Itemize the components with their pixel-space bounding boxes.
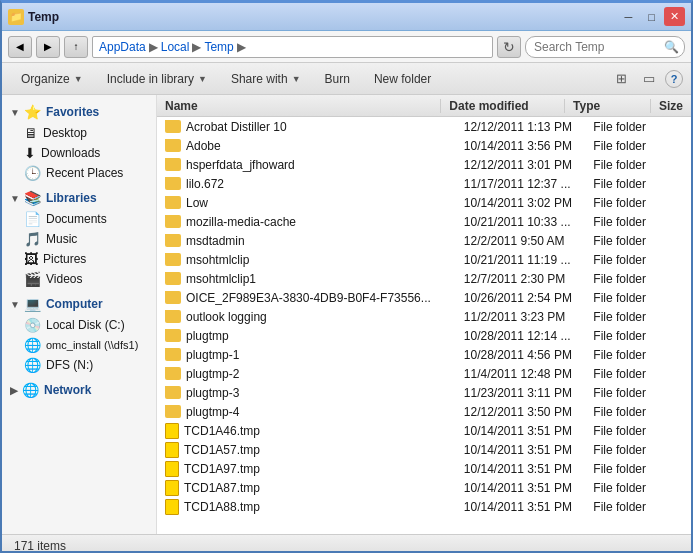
sidebar-libraries-header[interactable]: ▼ 📚 Libraries xyxy=(2,187,156,209)
sidebar-network-header[interactable]: ▶ 🌐 Network xyxy=(2,379,156,401)
file-name: plugtmp xyxy=(157,329,456,343)
table-row[interactable]: lilo.67211/17/2011 12:37 ...File folder xyxy=(157,174,691,193)
breadcrumb-local[interactable]: Local xyxy=(161,40,190,54)
table-row[interactable]: Adobe10/14/2011 3:56 PMFile folder xyxy=(157,136,691,155)
table-row[interactable]: TCD1A87.tmp10/14/2011 3:51 PMFile folder xyxy=(157,478,691,497)
local-disk-icon: 💿 xyxy=(24,317,41,333)
up-button[interactable]: ↑ xyxy=(64,36,88,58)
table-row[interactable]: mozilla-media-cache10/21/2011 10:33 ...F… xyxy=(157,212,691,231)
col-header-type[interactable]: Type xyxy=(565,99,651,113)
col-header-date[interactable]: Date modified xyxy=(441,99,565,113)
help-button[interactable]: ? xyxy=(665,70,683,88)
file-type: File folder xyxy=(585,481,675,495)
col-header-name[interactable]: Name xyxy=(157,99,441,113)
sidebar-computer-header[interactable]: ▼ 💻 Computer xyxy=(2,293,156,315)
table-row[interactable]: hsperfdata_jfhoward12/12/2011 3:01 PMFil… xyxy=(157,155,691,174)
forward-button[interactable]: ▶ xyxy=(36,36,60,58)
table-row[interactable]: TCD1A97.tmp10/14/2011 3:51 PMFile folder xyxy=(157,459,691,478)
table-row[interactable]: msdtadmin12/2/2011 9:50 AMFile folder xyxy=(157,231,691,250)
sidebar-item-dfs[interactable]: 🌐 DFS (N:) xyxy=(2,355,156,375)
table-row[interactable]: msohtmlclip112/7/2011 2:30 PMFile folder xyxy=(157,269,691,288)
table-row[interactable]: TCD1A57.tmp10/14/2011 3:51 PMFile folder xyxy=(157,440,691,459)
file-name: plugtmp-3 xyxy=(157,386,456,400)
col-header-size[interactable]: Size xyxy=(651,99,691,113)
main-content: ▼ ⭐ Favorites 🖥 Desktop ⬇ Downloads 🕒 Re… xyxy=(2,95,691,534)
share-with-button[interactable]: Share with ▼ xyxy=(220,67,312,91)
table-row[interactable]: OICE_2F989E3A-3830-4DB9-B0F4-F73556...10… xyxy=(157,288,691,307)
file-date: 11/17/2011 12:37 ... xyxy=(456,177,586,191)
file-type: File folder xyxy=(585,158,675,172)
file-type: File folder xyxy=(585,120,675,134)
network-drive-icon: 🌐 xyxy=(24,337,41,353)
search-wrapper: 🔍 xyxy=(525,36,685,58)
change-view-button[interactable]: ⊞ xyxy=(609,68,633,90)
file-type: File folder xyxy=(585,386,675,400)
tmp-file-icon xyxy=(165,499,179,515)
sidebar-item-music[interactable]: 🎵 Music xyxy=(2,229,156,249)
search-input[interactable] xyxy=(525,36,685,58)
table-row[interactable]: TCD1A46.tmp10/14/2011 3:51 PMFile folder xyxy=(157,421,691,440)
file-date: 10/21/2011 11:19 ... xyxy=(456,253,586,267)
documents-icon: 📄 xyxy=(24,211,41,227)
table-row[interactable]: plugtmp-110/28/2011 4:56 PMFile folder xyxy=(157,345,691,364)
sidebar-item-pictures[interactable]: 🖼 Pictures xyxy=(2,249,156,269)
file-name: lilo.672 xyxy=(157,177,456,191)
sidebar-item-documents[interactable]: 📄 Documents xyxy=(2,209,156,229)
file-name: OICE_2F989E3A-3830-4DB9-B0F4-F73556... xyxy=(157,291,456,305)
file-date: 11/4/2011 12:48 PM xyxy=(456,367,586,381)
table-row[interactable]: plugtmp-211/4/2011 12:48 PMFile folder xyxy=(157,364,691,383)
file-list-wrapper: Name Date modified Type Size Acrobat Dis… xyxy=(157,95,691,534)
sidebar-item-label: Pictures xyxy=(43,252,86,266)
table-row[interactable]: Acrobat Distiller 1012/12/2011 1:13 PMFi… xyxy=(157,117,691,136)
sidebar-item-recent-places[interactable]: 🕒 Recent Places xyxy=(2,163,156,183)
close-button[interactable]: ✕ xyxy=(664,7,685,26)
file-name: Adobe xyxy=(157,139,456,153)
file-type: File folder xyxy=(585,139,675,153)
table-row[interactable]: outlook logging11/2/2011 3:23 PMFile fol… xyxy=(157,307,691,326)
file-date: 10/26/2011 2:54 PM xyxy=(456,291,586,305)
folder-icon xyxy=(165,253,181,266)
preview-pane-button[interactable]: ▭ xyxy=(637,68,661,90)
folder-icon xyxy=(165,291,181,304)
folder-icon xyxy=(165,310,181,323)
table-row[interactable]: TCD1A88.tmp10/14/2011 3:51 PMFile folder xyxy=(157,497,691,516)
sidebar-item-videos[interactable]: 🎬 Videos xyxy=(2,269,156,289)
dfs-drive-icon: 🌐 xyxy=(24,357,41,373)
file-name: Low xyxy=(157,196,456,210)
sidebar-item-downloads[interactable]: ⬇ Downloads xyxy=(2,143,156,163)
organize-button[interactable]: Organize ▼ xyxy=(10,67,94,91)
file-date: 10/14/2011 3:51 PM xyxy=(456,481,586,495)
sidebar-favorites-header[interactable]: ▼ ⭐ Favorites xyxy=(2,101,156,123)
search-icon[interactable]: 🔍 xyxy=(664,40,679,54)
breadcrumb-appdata[interactable]: AppData xyxy=(99,40,146,54)
file-date: 10/14/2011 3:51 PM xyxy=(456,462,586,476)
file-name: msohtmlclip xyxy=(157,253,456,267)
sidebar-item-local-disk[interactable]: 💿 Local Disk (C:) xyxy=(2,315,156,335)
burn-button[interactable]: Burn xyxy=(314,67,361,91)
tmp-file-icon xyxy=(165,461,179,477)
sidebar-item-label: Recent Places xyxy=(46,166,123,180)
include-in-library-button[interactable]: Include in library ▼ xyxy=(96,67,218,91)
maximize-button[interactable]: □ xyxy=(641,7,662,26)
breadcrumb-temp[interactable]: Temp xyxy=(204,40,233,54)
folder-icon xyxy=(165,139,181,152)
sidebar-item-desktop[interactable]: 🖥 Desktop xyxy=(2,123,156,143)
file-date: 12/2/2011 9:50 AM xyxy=(456,234,586,248)
file-name: TCD1A87.tmp xyxy=(157,480,456,496)
sidebar-item-label: Local Disk (C:) xyxy=(46,318,125,332)
table-row[interactable]: Low10/14/2011 3:02 PMFile folder xyxy=(157,193,691,212)
refresh-button[interactable]: ↻ xyxy=(497,36,521,58)
table-row[interactable]: msohtmlclip10/21/2011 11:19 ...File fold… xyxy=(157,250,691,269)
table-row[interactable]: plugtmp-311/23/2011 3:11 PMFile folder xyxy=(157,383,691,402)
table-row[interactable]: plugtmp-412/12/2011 3:50 PMFile folder xyxy=(157,402,691,421)
new-folder-button[interactable]: New folder xyxy=(363,67,442,91)
back-button[interactable]: ◀ xyxy=(8,36,32,58)
minimize-button[interactable]: ─ xyxy=(618,7,639,26)
libraries-label: Libraries xyxy=(46,191,97,205)
breadcrumb[interactable]: AppData ▶ Local ▶ Temp ▶ xyxy=(92,36,493,58)
sidebar-item-label: DFS (N:) xyxy=(46,358,93,372)
title-bar-left: 📁 Temp xyxy=(8,9,59,25)
sidebar-item-omc-install[interactable]: 🌐 omc_install (\\dfs1) xyxy=(2,335,156,355)
table-row[interactable]: plugtmp10/28/2011 12:14 ...File folder xyxy=(157,326,691,345)
file-name: plugtmp-2 xyxy=(157,367,456,381)
